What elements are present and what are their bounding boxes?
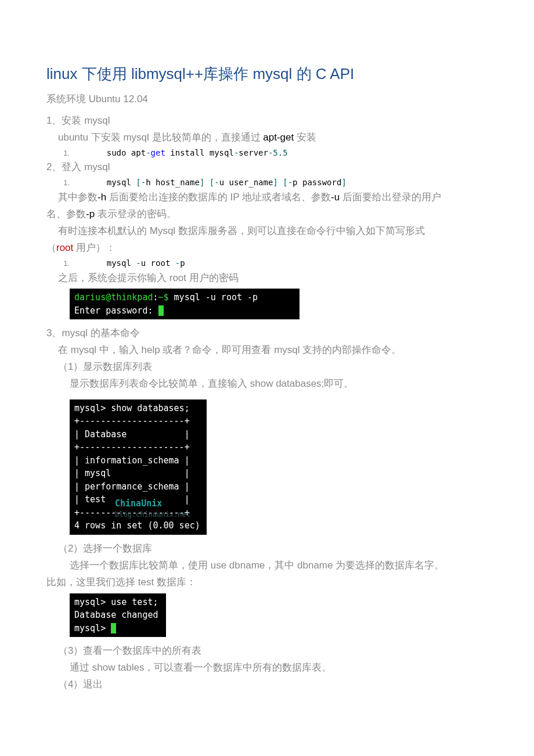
t: 表示登录的密码。	[95, 208, 176, 219]
t: -	[136, 258, 140, 268]
page-title: linux 下使用 libmysql++库操作 mysql 的 C API	[46, 64, 488, 84]
s2-code1: 1. mysql [-h host_name] [-u user_name] […	[46, 176, 488, 189]
s2-num: 2、	[46, 161, 62, 172]
t: p	[180, 258, 185, 268]
s2-heading-text: 登入 mysql	[62, 161, 110, 172]
s2-p3: 有时连接本机默认的 Mysql 数据库服务器，则可以直接在命令行中输入如下简写形…	[46, 223, 488, 240]
t: 显示数据库列表	[83, 361, 152, 372]
t: ~$	[158, 292, 169, 303]
env-line: 系统环境 Ubuntu 12.04	[46, 91, 488, 108]
t: apt-get	[263, 132, 294, 143]
s3-sub1: （1）显示数据库列表	[46, 359, 488, 376]
t: -p	[86, 208, 95, 219]
t: （1）	[58, 361, 83, 372]
t: （3）	[58, 645, 83, 656]
t: mysql>	[74, 623, 111, 633]
document-page: linux 下使用 libmysql++库操作 mysql 的 C API 系统…	[0, 0, 534, 717]
s3-heading-text: mysql 的基本命令	[62, 327, 139, 339]
t: mysql> use test;	[74, 597, 158, 607]
s3-sub1-p: 显示数据库列表命令比较简单，直接输入 show databases;即可。	[46, 376, 488, 393]
t: Database changed	[74, 610, 158, 620]
s3-p1: 在 mysql 中，输入 help 或者？命令，即可用查看 mysql 支持的内…	[46, 342, 488, 359]
t: mysql	[87, 258, 136, 268]
t: install mysql	[165, 148, 234, 157]
s2-heading: 2、登入 mysql	[46, 159, 488, 176]
t: mysql	[87, 178, 136, 187]
t: [	[136, 178, 140, 187]
s1-code: 1. sudo apt-get install mysql-server-5.5	[46, 146, 488, 160]
s1-heading: 1、安装 mysql	[46, 113, 488, 129]
t: 5.5	[273, 148, 287, 157]
t: -	[288, 178, 293, 187]
watermark2: blog.chinaunix.net	[115, 509, 190, 520]
s3-sub2-p1: 选择一个数据库比较简单，使用 use dbname，其中 dbname 为要选择…	[46, 557, 488, 574]
terminal-2: mysql> show databases; +----------------…	[70, 399, 207, 535]
t: Enter password:	[74, 305, 158, 316]
t: u user_name	[219, 178, 273, 187]
t: server	[239, 148, 268, 157]
t: 后面要给出连接的数据库的 IP 地址或者域名、参数	[106, 192, 331, 203]
t: 查看一个数据库中的所有表	[83, 645, 201, 656]
t: ]	[341, 178, 346, 187]
line-num: 1.	[46, 177, 87, 189]
t: -	[146, 148, 150, 157]
s3-sub4: （4）退出	[46, 676, 488, 693]
s1-num: 1、	[46, 115, 62, 126]
s3-num: 3、	[46, 327, 62, 339]
terminal-3: mysql> use test; Database changed mysql>	[70, 593, 166, 638]
s3-sub3: （3）查看一个数据库中的所有表	[46, 643, 488, 660]
s3-sub2-p2: 比如，这里我们选择 test 数据库：	[46, 574, 488, 591]
t: -	[214, 178, 219, 187]
line-num: 1.	[46, 258, 87, 270]
t	[204, 178, 209, 187]
t: -	[175, 258, 180, 268]
terminal-1: darius@thinkpad:~$ mysql -u root -p Ente…	[70, 289, 300, 319]
s2-p2: 名、参数-p 表示登录的密码。	[46, 206, 488, 223]
t: u root	[141, 258, 175, 268]
t: [	[210, 178, 214, 187]
t: h host_name	[146, 178, 200, 187]
t: 安装	[294, 132, 316, 143]
cursor-icon	[158, 305, 164, 316]
t: p password	[293, 178, 341, 187]
line-num: 1.	[46, 147, 87, 160]
watermark: ChinaUnix	[115, 497, 162, 510]
t: :	[153, 292, 158, 303]
t: （4）	[58, 679, 83, 690]
t: ubuntu 下安装 mysql 是比较简单的，直接通过	[58, 132, 263, 143]
t: -	[141, 178, 146, 187]
t: -u	[331, 192, 340, 203]
t: get	[151, 148, 165, 157]
t: 退出	[83, 679, 103, 690]
t: 名、参数	[46, 208, 86, 219]
s2-code2: 1. mysql -u root -p	[46, 257, 488, 270]
t: sudo apt	[87, 148, 146, 157]
t: （2）	[58, 543, 83, 554]
t: 用户）：	[73, 242, 116, 253]
t: 选择一个数据库	[83, 543, 152, 554]
cursor-icon	[111, 623, 116, 633]
s2-p5: 之后，系统会提示你输入 root 用户的密码	[46, 270, 488, 287]
t: ]	[273, 178, 277, 187]
t: -h	[98, 192, 106, 203]
t: root	[56, 242, 73, 253]
prompt-user: darius@thinkpad	[74, 292, 153, 303]
s1-heading-text: 安装 mysql	[62, 115, 110, 126]
t: 后面要给出登录的用户	[340, 192, 441, 203]
s3-sub2: （2）选择一个数据库	[46, 541, 488, 557]
t: 其中参数	[58, 192, 98, 203]
s3-heading: 3、mysql 的基本命令	[46, 325, 488, 342]
t: （	[46, 242, 56, 253]
t	[278, 178, 283, 187]
s2-p4: （root 用户）：	[46, 240, 488, 257]
s1-line1: ubuntu 下安装 mysql 是比较简单的，直接通过 apt-get 安装	[46, 129, 488, 146]
s3-sub3-p: 通过 show tables，可以查看一个数据库中所有的数据库表。	[46, 660, 488, 676]
t: mysql -u root -p	[169, 292, 258, 303]
s2-p1: 其中参数-h 后面要给出连接的数据库的 IP 地址或者域名、参数-u 后面要给出…	[46, 189, 488, 206]
t: [	[283, 178, 287, 187]
